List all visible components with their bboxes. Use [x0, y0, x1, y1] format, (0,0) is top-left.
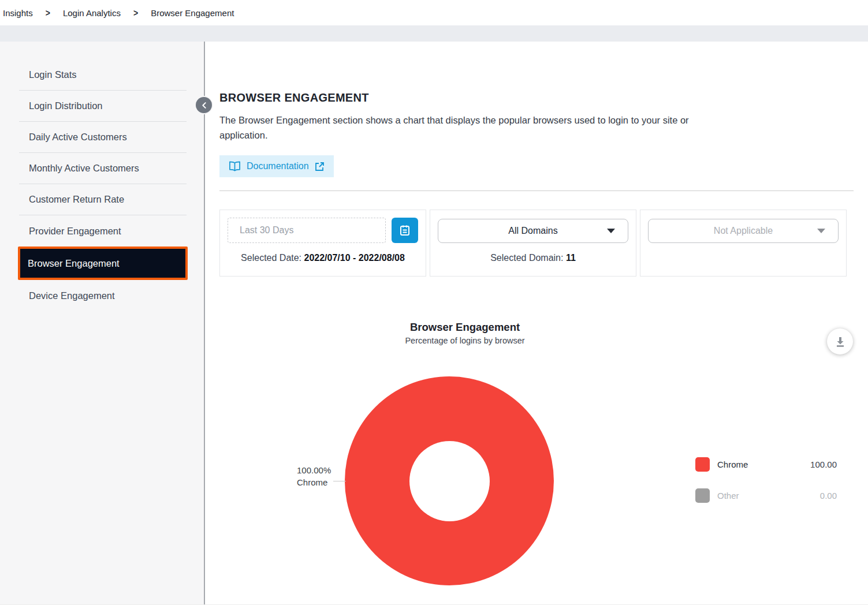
- legend-label-other: Other: [717, 491, 739, 501]
- page-title: BROWSER ENGAGEMENT: [219, 91, 854, 104]
- not-applicable-select[interactable]: Not Applicable: [648, 219, 839, 243]
- download-chart-button[interactable]: [827, 328, 853, 354]
- documentation-button[interactable]: Documentation: [219, 155, 334, 177]
- legend-value-chrome: 100.00: [810, 460, 837, 469]
- sidebar-item-monthly-active-customers[interactable]: Monthly Active Customers: [19, 153, 187, 184]
- calendar-button[interactable]: [392, 218, 418, 243]
- top-gray-band: [0, 25, 868, 42]
- chevron-left-icon: [201, 102, 207, 109]
- sidebar-item-browser-engagement[interactable]: Browser Engagement: [18, 247, 188, 280]
- page-description: The Browser Engagement section shows a c…: [219, 113, 690, 143]
- sidebar-item-device-engagement[interactable]: Device Engagement: [19, 280, 187, 311]
- breadcrumb: Insights > Login Analytics > Browser Eng…: [0, 0, 868, 25]
- callout-connector-line: [333, 481, 346, 481]
- back-button[interactable]: [196, 97, 212, 113]
- section-divider: [219, 191, 854, 191]
- legend-row-other[interactable]: Other 0.00: [695, 488, 837, 503]
- legend-row-chrome[interactable]: Chrome 100.00: [695, 457, 837, 472]
- selected-domain-caption: Selected Domain: 11: [438, 253, 628, 263]
- breadcrumb-separator-icon: >: [133, 8, 138, 18]
- breadcrumb-separator-icon: >: [46, 8, 50, 18]
- date-filter-panel: Selected Date: 2022/07/10 - 2022/08/08: [219, 210, 426, 277]
- sidebar-item-daily-active-customers[interactable]: Daily Active Customers: [19, 122, 187, 153]
- selected-domain-label: Selected Domain:: [490, 253, 566, 263]
- domain-filter-panel: All Domains Selected Domain: 11: [430, 210, 636, 277]
- slice-callout: 100.00% Chrome: [297, 464, 331, 488]
- donut-hole: [409, 441, 490, 521]
- breadcrumb-browser-engagement: Browser Engagement: [151, 8, 234, 18]
- breadcrumb-login-analytics[interactable]: Login Analytics: [63, 8, 121, 18]
- donut-chart[interactable]: [345, 376, 554, 585]
- slice-callout-percent: 100.00%: [297, 464, 331, 476]
- breadcrumb-insights[interactable]: Insights: [3, 8, 33, 18]
- domain-select[interactable]: All Domains: [438, 219, 628, 243]
- selected-date-value: 2022/07/10 - 2022/08/08: [304, 253, 405, 263]
- calendar-icon: [398, 224, 411, 237]
- selected-domain-value: 11: [566, 253, 576, 263]
- date-range-input[interactable]: [228, 218, 386, 243]
- main-content: BROWSER ENGAGEMENT The Browser Engagemen…: [205, 42, 868, 604]
- legend-swatch-chrome: [695, 457, 710, 472]
- domain-select-value: All Domains: [508, 226, 557, 236]
- chart-legend: Chrome 100.00 Other 0.00: [695, 457, 837, 503]
- chevron-down-icon: [817, 229, 825, 233]
- chart-subtitle: Percentage of logins by browser: [219, 336, 710, 345]
- slice-callout-label: Chrome: [297, 476, 331, 488]
- legend-label-chrome: Chrome: [717, 460, 748, 469]
- not-applicable-value: Not Applicable: [714, 226, 773, 236]
- selected-date-caption: Selected Date: 2022/07/10 - 2022/08/08: [228, 253, 418, 263]
- documentation-label: Documentation: [247, 161, 309, 171]
- browser-engagement-chart: Browser Engagement Percentage of logins …: [219, 321, 854, 605]
- legend-swatch-other: [695, 488, 710, 503]
- sidebar-item-login-stats[interactable]: Login Stats: [19, 59, 187, 91]
- legend-value-other: 0.00: [820, 491, 837, 501]
- download-icon: [835, 336, 846, 348]
- chart-title: Browser Engagement: [219, 321, 710, 334]
- sidebar-item-customer-return-rate[interactable]: Customer Return Rate: [19, 184, 187, 215]
- sidebar: Login Stats Login Distribution Daily Act…: [0, 42, 205, 604]
- extra-filter-panel: Not Applicable: [640, 210, 847, 277]
- selected-date-label: Selected Date:: [241, 253, 304, 263]
- chevron-down-icon: [607, 229, 615, 233]
- sidebar-item-provider-engagement[interactable]: Provider Engagement: [19, 215, 187, 247]
- filters-row: Selected Date: 2022/07/10 - 2022/08/08 A…: [219, 210, 854, 277]
- sidebar-item-login-distribution[interactable]: Login Distribution: [19, 91, 187, 122]
- external-link-icon: [315, 162, 325, 171]
- book-icon: [229, 161, 241, 171]
